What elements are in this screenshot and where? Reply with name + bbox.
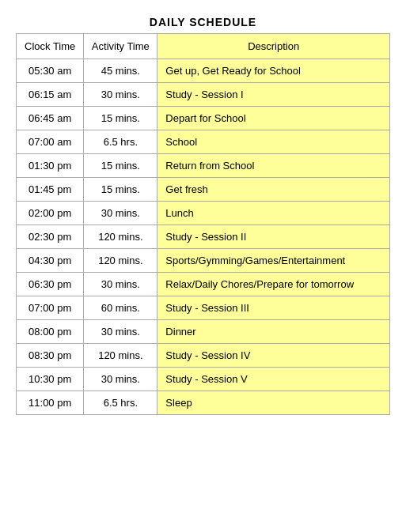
table-row: 07:00 am6.5 hrs.School: [17, 130, 390, 154]
header-activity-time: Activity Time: [84, 34, 157, 59]
clock-time-cell: 11:00 pm: [17, 391, 84, 415]
description-cell: School: [157, 130, 390, 154]
description-cell: Dinner: [157, 320, 390, 344]
table-row: 10:30 pm30 mins.Study - Session V: [17, 368, 390, 391]
clock-time-cell: 01:30 pm: [17, 154, 84, 178]
activity-time-cell: 30 mins.: [84, 83, 157, 107]
description-cell: Study - Session V: [157, 368, 390, 391]
activity-time-cell: 15 mins.: [84, 154, 157, 178]
activity-time-cell: 6.5 hrs.: [84, 130, 157, 154]
description-cell: Relax/Daily Chores/Prepare for tomorrow: [157, 273, 390, 296]
header-clock-time: Clock Time: [17, 34, 84, 59]
clock-time-cell: 02:30 pm: [17, 225, 84, 249]
description-cell: Sports/Gymming/Games/Entertainment: [157, 249, 390, 273]
schedule-title: DAILY SCHEDULE: [16, 16, 390, 28]
table-row: 08:30 pm120 mins.Study - Session IV: [17, 344, 390, 368]
table-header-row: Clock Time Activity Time Description: [17, 34, 390, 59]
table-row: 07:00 pm60 mins.Study - Session III: [17, 296, 390, 320]
clock-time-cell: 06:30 pm: [17, 273, 84, 296]
activity-time-cell: 30 mins.: [84, 368, 157, 391]
schedule-container: DAILY SCHEDULE Clock Time Activity Time …: [16, 16, 390, 415]
activity-time-cell: 30 mins.: [84, 202, 157, 225]
description-cell: Get fresh: [157, 178, 390, 202]
table-row: 04:30 pm120 mins.Sports/Gymming/Games/En…: [17, 249, 390, 273]
activity-time-cell: 120 mins.: [84, 225, 157, 249]
clock-time-cell: 08:30 pm: [17, 344, 84, 368]
clock-time-cell: 07:00 pm: [17, 296, 84, 320]
activity-time-cell: 45 mins.: [84, 59, 157, 83]
description-cell: Lunch: [157, 202, 390, 225]
activity-time-cell: 15 mins.: [84, 107, 157, 130]
table-row: 02:00 pm30 mins.Lunch: [17, 202, 390, 225]
clock-time-cell: 02:00 pm: [17, 202, 84, 225]
table-row: 02:30 pm120 mins.Study - Session II: [17, 225, 390, 249]
table-row: 06:15 am30 mins.Study - Session I: [17, 83, 390, 107]
table-row: 01:45 pm15 mins.Get fresh: [17, 178, 390, 202]
description-cell: Study - Session III: [157, 296, 390, 320]
table-row: 05:30 am45 mins.Get up, Get Ready for Sc…: [17, 59, 390, 83]
activity-time-cell: 6.5 hrs.: [84, 391, 157, 415]
clock-time-cell: 07:00 am: [17, 130, 84, 154]
clock-time-cell: 08:00 pm: [17, 320, 84, 344]
table-row: 08:00 pm30 mins.Dinner: [17, 320, 390, 344]
clock-time-cell: 05:30 am: [17, 59, 84, 83]
clock-time-cell: 06:45 am: [17, 107, 84, 130]
table-row: 06:45 am15 mins.Depart for School: [17, 107, 390, 130]
description-cell: Get up, Get Ready for School: [157, 59, 390, 83]
clock-time-cell: 04:30 pm: [17, 249, 84, 273]
activity-time-cell: 15 mins.: [84, 178, 157, 202]
schedule-table: Clock Time Activity Time Description 05:…: [16, 33, 390, 415]
activity-time-cell: 120 mins.: [84, 344, 157, 368]
table-row: 06:30 pm30 mins.Relax/Daily Chores/Prepa…: [17, 273, 390, 296]
clock-time-cell: 10:30 pm: [17, 368, 84, 391]
table-row: 01:30 pm15 mins.Return from School: [17, 154, 390, 178]
activity-time-cell: 120 mins.: [84, 249, 157, 273]
description-cell: Study - Session IV: [157, 344, 390, 368]
table-row: 11:00 pm6.5 hrs.Sleep: [17, 391, 390, 415]
activity-time-cell: 60 mins.: [84, 296, 157, 320]
description-cell: Depart for School: [157, 107, 390, 130]
header-description: Description: [157, 34, 390, 59]
clock-time-cell: 06:15 am: [17, 83, 84, 107]
description-cell: Study - Session II: [157, 225, 390, 249]
activity-time-cell: 30 mins.: [84, 320, 157, 344]
description-cell: Sleep: [157, 391, 390, 415]
description-cell: Study - Session I: [157, 83, 390, 107]
activity-time-cell: 30 mins.: [84, 273, 157, 296]
description-cell: Return from School: [157, 154, 390, 178]
clock-time-cell: 01:45 pm: [17, 178, 84, 202]
